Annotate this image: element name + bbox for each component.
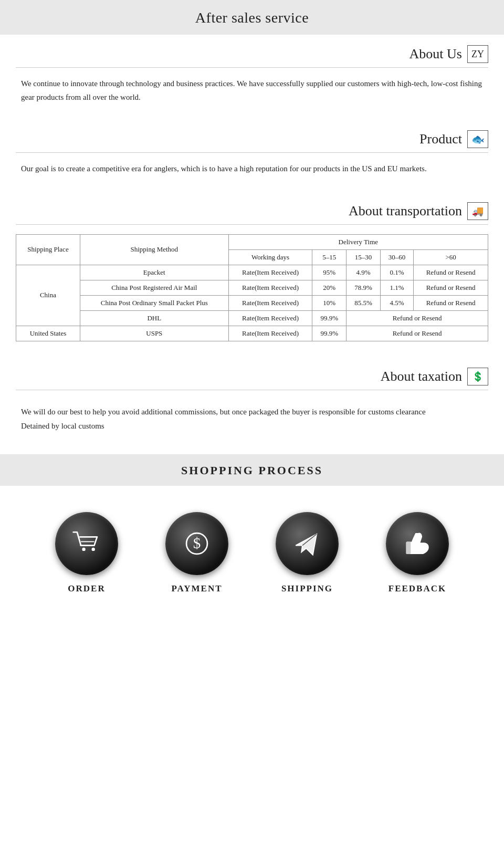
fish-icon: 🐟: [471, 133, 485, 145]
about-us-text: We continue to innovate through technolo…: [16, 77, 488, 104]
order-circle: [55, 512, 118, 575]
col-30-60: 30–60: [380, 249, 413, 265]
cell-dhl: DHL: [80, 310, 228, 326]
cell-4-9: 4.9%: [346, 265, 381, 280]
process-item-order: ORDER: [55, 512, 118, 594]
feedback-label: FEEDBACK: [388, 583, 446, 594]
transportation-icon-box: 🚚: [467, 202, 488, 220]
product-title-row: Product 🐟: [16, 130, 488, 153]
product-title: Product: [419, 131, 462, 147]
shipping-label: SHIPPING: [281, 583, 333, 594]
table-row: United States USPS Rate(Item Received) 9…: [16, 326, 488, 341]
shopping-process-title: SHOPPING PROCESS: [0, 464, 504, 477]
about-us-title: About Us: [410, 46, 462, 62]
page-header: After sales service: [0, 0, 504, 35]
table-row: China Epacket Rate(Item Received) 95% 4.…: [16, 265, 488, 280]
table-row: China Post Registered Air Mail Rate(Item…: [16, 280, 488, 295]
col-shipping-method: Shipping Method: [80, 234, 228, 265]
taxation-title-row: About taxation 💲: [16, 368, 488, 390]
transportation-title: About transportation: [349, 203, 462, 219]
cell-china: China: [16, 265, 80, 326]
cell-epacket: Epacket: [80, 265, 228, 280]
thumbsup-icon: [402, 528, 433, 559]
truck-icon: 🚚: [472, 205, 484, 217]
cell-rate3: Rate(Item Received): [228, 295, 312, 310]
table-row: DHL Rate(Item Received) 99.9% Refund or …: [16, 310, 488, 326]
order-label: ORDER: [68, 583, 105, 594]
col-over-60: >60: [414, 249, 488, 265]
cell-4-5: 4.5%: [380, 295, 413, 310]
cell-95: 95%: [312, 265, 346, 280]
cell-99-9-usps: 99.9%: [312, 326, 346, 341]
money-icon: 💲: [472, 371, 484, 382]
cell-refund1: Refund or Resend: [414, 265, 488, 280]
cell-99-9-dhl: 99.9%: [312, 310, 346, 326]
svg-point-0: [82, 547, 85, 550]
about-us-title-row: About Us ZY: [16, 45, 488, 68]
table-header-row: Shipping Place Shipping Method Delivery …: [16, 234, 488, 249]
col-15-30: 15–30: [346, 249, 381, 265]
svg-rect-6: [406, 541, 411, 554]
cell-china-post-registered: China Post Registered Air Mail: [80, 280, 228, 295]
taxation-text: We will do our best to help you avoid ad…: [16, 400, 488, 433]
about-us-section: About Us ZY We continue to innovate thro…: [0, 35, 504, 120]
col-shipping-place: Shipping Place: [16, 234, 80, 265]
process-item-payment: $ PAYMENT: [165, 512, 228, 594]
cell-refund4: Refund or Resend: [346, 310, 488, 326]
about-us-icon: ZY: [467, 45, 488, 63]
cell-0-1: 0.1%: [380, 265, 413, 280]
cart-icon: [71, 528, 102, 559]
transportation-section: About transportation 🚚 Shipping Place Sh…: [0, 192, 504, 357]
shopping-process-header: SHOPPING PROCESS: [0, 454, 504, 486]
product-section: Product 🐟 Our goal is to create a compet…: [0, 120, 504, 192]
col-5-15: 5–15: [312, 249, 346, 265]
table-row: China Post Ordinary Small Packet Plus Ra…: [16, 295, 488, 310]
process-item-feedback: FEEDBACK: [386, 512, 449, 594]
cell-refund5: Refund or Resend: [346, 326, 488, 341]
dollar-icon: $: [182, 528, 212, 559]
payment-circle: $: [165, 512, 228, 575]
cell-rate1: Rate(Item Received): [228, 265, 312, 280]
cell-usps: USPS: [80, 326, 228, 341]
cell-1-1: 1.1%: [380, 280, 413, 295]
cell-rate5: Rate(Item Received): [228, 326, 312, 341]
cell-refund2: Refund or Resend: [414, 280, 488, 295]
product-text: Our goal is to create a competitive era …: [16, 162, 488, 176]
cell-rate2: Rate(Item Received): [228, 280, 312, 295]
payment-label: PAYMENT: [171, 583, 222, 594]
taxation-section: About taxation 💲 We will do our best to …: [0, 357, 504, 449]
svg-point-1: [92, 547, 95, 550]
cell-united-states: United States: [16, 326, 80, 341]
col-delivery-time: Delivery Time: [228, 234, 488, 249]
transport-table: Shipping Place Shipping Method Delivery …: [16, 234, 488, 341]
plane-icon: [292, 528, 322, 559]
taxation-line2: Detained by local customs: [21, 419, 483, 433]
transportation-title-row: About transportation 🚚: [16, 202, 488, 225]
feedback-circle: [386, 512, 449, 575]
taxation-icon-box: 💲: [467, 368, 488, 385]
process-icons-container: ORDER $ PAYMENT SHIPPING FEEDBACK: [0, 486, 504, 615]
process-item-shipping: SHIPPING: [276, 512, 339, 594]
cell-china-post-ordinary: China Post Ordinary Small Packet Plus: [80, 295, 228, 310]
svg-text:$: $: [193, 535, 201, 551]
col-working-days: Working days: [228, 249, 312, 265]
page-title: After sales service: [0, 9, 504, 26]
cell-10: 10%: [312, 295, 346, 310]
taxation-line1: We will do our best to help you avoid ad…: [21, 405, 483, 419]
cell-20: 20%: [312, 280, 346, 295]
cell-refund3: Refund or Resend: [414, 295, 488, 310]
shipping-circle: [276, 512, 339, 575]
product-icon-box: 🐟: [467, 130, 488, 148]
cell-rate4: Rate(Item Received): [228, 310, 312, 326]
cell-78-9: 78.9%: [346, 280, 381, 295]
taxation-title: About taxation: [381, 369, 462, 384]
cell-85-5: 85.5%: [346, 295, 381, 310]
